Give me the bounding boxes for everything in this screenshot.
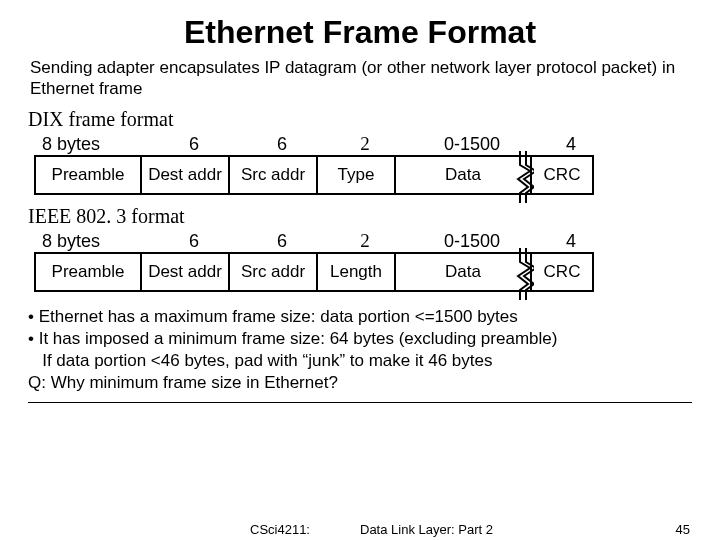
dix-frame: 8 bytes 6 6 2 0-1500 4 Preamble Dest add… xyxy=(34,133,692,195)
field-length: Length xyxy=(318,252,396,292)
slide-title: Ethernet Frame Format xyxy=(28,14,692,51)
footer-rule xyxy=(28,402,692,403)
field-dest-addr: Dest addr xyxy=(142,252,230,292)
field-preamble: Preamble xyxy=(34,155,142,195)
field-src-addr: Src addr xyxy=(230,252,318,292)
field-data-label: Data xyxy=(445,166,481,183)
field-type: Type xyxy=(318,155,396,195)
size-cell: 4 xyxy=(540,231,602,252)
size-cell: 2 xyxy=(326,133,404,155)
field-data-label: Data xyxy=(445,263,481,280)
intro-text: Sending adapter encapsulates IP datagram… xyxy=(30,57,682,100)
note-question: Q: Why minimum frame size in Ethernet? xyxy=(28,372,692,394)
field-preamble: Preamble xyxy=(34,252,142,292)
size-cell: 6 xyxy=(150,231,238,252)
size-cell: 8 bytes xyxy=(34,231,150,252)
field-crc: CRC xyxy=(532,252,594,292)
field-dest-addr: Dest addr xyxy=(142,155,230,195)
size-cell: 2 xyxy=(326,230,404,252)
ieee-sizes-row: 8 bytes 6 6 2 0-1500 4 xyxy=(34,230,692,252)
footer-course: CSci4211: xyxy=(250,522,310,537)
field-crc: CRC xyxy=(532,155,594,195)
ieee-label: IEEE 802. 3 format xyxy=(28,205,692,228)
footer-page: 45 xyxy=(676,522,690,537)
dix-sizes-row: 8 bytes 6 6 2 0-1500 4 xyxy=(34,133,692,155)
size-cell: 6 xyxy=(150,134,238,155)
size-cell: 8 bytes xyxy=(34,134,150,155)
break-zigzag-icon xyxy=(516,151,534,203)
notes-block: • Ethernet has a maximum frame size: dat… xyxy=(28,306,692,394)
size-cell: 4 xyxy=(540,134,602,155)
ieee-boxes-row: Preamble Dest addr Src addr Length Data … xyxy=(34,252,692,292)
size-cell: 6 xyxy=(238,231,326,252)
ieee-frame: 8 bytes 6 6 2 0-1500 4 Preamble Dest add… xyxy=(34,230,692,292)
note-line: • It has imposed a minimum frame size: 6… xyxy=(28,328,692,350)
note-line: • Ethernet has a maximum frame size: dat… xyxy=(28,306,692,328)
break-zigzag-icon xyxy=(516,248,534,300)
field-src-addr: Src addr xyxy=(230,155,318,195)
dix-boxes-row: Preamble Dest addr Src addr Type Data CR… xyxy=(34,155,692,195)
size-cell: 6 xyxy=(238,134,326,155)
dix-label: DIX frame format xyxy=(28,108,692,131)
footer-topic: Data Link Layer: Part 2 xyxy=(360,522,493,537)
note-line: If data portion <46 bytes, pad with “jun… xyxy=(28,350,692,372)
field-data: Data xyxy=(396,252,532,292)
field-data: Data xyxy=(396,155,532,195)
